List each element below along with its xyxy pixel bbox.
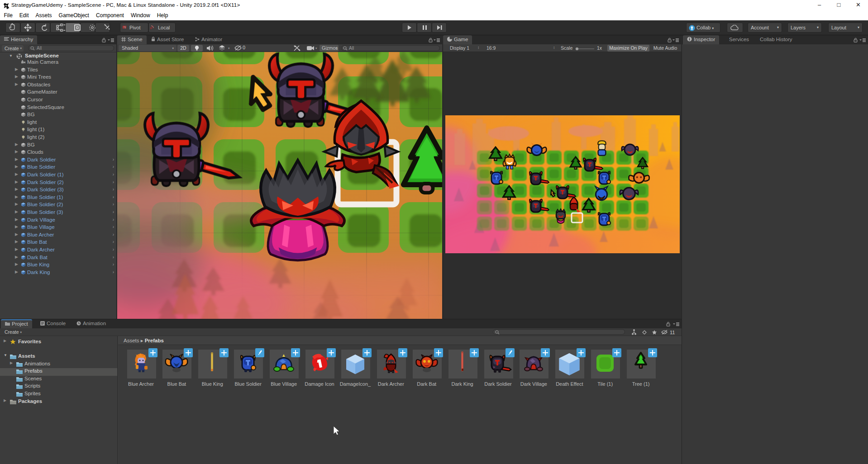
svg-text:11: 11 xyxy=(670,330,675,335)
